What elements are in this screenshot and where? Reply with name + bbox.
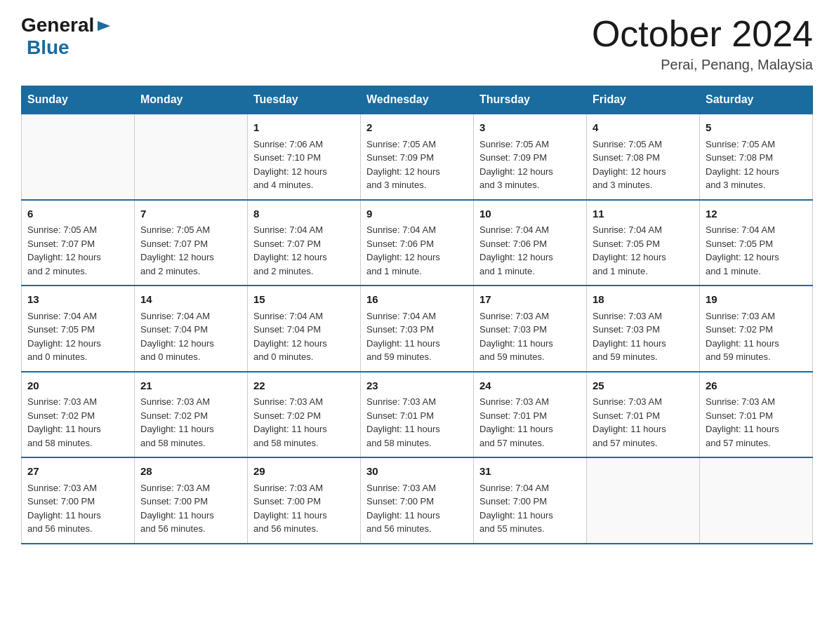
calendar-week-row: 27Sunrise: 7:03 AMSunset: 7:00 PMDayligh… xyxy=(22,457,813,544)
day-info: Sunrise: 7:05 AMSunset: 7:07 PMDaylight:… xyxy=(140,223,241,278)
day-number: 7 xyxy=(140,206,241,222)
day-number: 4 xyxy=(593,120,694,136)
table-row: 2Sunrise: 7:05 AMSunset: 7:09 PMDaylight… xyxy=(361,114,474,200)
day-number: 24 xyxy=(479,378,581,394)
table-row xyxy=(22,114,135,200)
table-row xyxy=(587,457,700,544)
day-info: Sunrise: 7:03 AMSunset: 7:03 PMDaylight:… xyxy=(479,309,581,364)
day-number: 26 xyxy=(706,378,807,394)
day-info: Sunrise: 7:04 AMSunset: 7:05 PMDaylight:… xyxy=(27,309,128,364)
day-info: Sunrise: 7:04 AMSunset: 7:05 PMDaylight:… xyxy=(593,223,694,278)
table-row: 7Sunrise: 7:05 AMSunset: 7:07 PMDaylight… xyxy=(135,200,248,286)
table-row: 6Sunrise: 7:05 AMSunset: 7:07 PMDaylight… xyxy=(22,200,135,286)
table-row: 17Sunrise: 7:03 AMSunset: 7:03 PMDayligh… xyxy=(474,286,587,372)
table-row: 9Sunrise: 7:04 AMSunset: 7:06 PMDaylight… xyxy=(361,200,474,286)
day-number: 23 xyxy=(366,378,468,394)
day-number: 10 xyxy=(479,206,581,222)
day-number: 27 xyxy=(27,464,128,480)
svg-marker-0 xyxy=(98,21,110,31)
table-row: 4Sunrise: 7:05 AMSunset: 7:08 PMDaylight… xyxy=(587,114,700,200)
day-number: 20 xyxy=(27,378,128,394)
day-number: 8 xyxy=(253,206,355,222)
day-info: Sunrise: 7:04 AMSunset: 7:03 PMDaylight:… xyxy=(366,309,468,364)
table-row: 15Sunrise: 7:04 AMSunset: 7:04 PMDayligh… xyxy=(248,286,361,372)
day-info: Sunrise: 7:03 AMSunset: 7:01 PMDaylight:… xyxy=(366,395,468,450)
day-number: 13 xyxy=(27,292,128,308)
table-row: 5Sunrise: 7:05 AMSunset: 7:08 PMDaylight… xyxy=(700,114,813,200)
day-info: Sunrise: 7:03 AMSunset: 7:00 PMDaylight:… xyxy=(253,481,355,536)
day-info: Sunrise: 7:03 AMSunset: 7:02 PMDaylight:… xyxy=(706,309,807,364)
day-number: 1 xyxy=(253,120,355,136)
day-info: Sunrise: 7:05 AMSunset: 7:09 PMDaylight:… xyxy=(479,137,581,192)
day-number: 12 xyxy=(706,206,807,222)
day-number: 25 xyxy=(593,378,694,394)
table-row: 19Sunrise: 7:03 AMSunset: 7:02 PMDayligh… xyxy=(700,286,813,372)
header-friday: Friday xyxy=(587,86,700,114)
day-info: Sunrise: 7:04 AMSunset: 7:04 PMDaylight:… xyxy=(253,309,355,364)
day-number: 19 xyxy=(706,292,807,308)
weekday-header-row: Sunday Monday Tuesday Wednesday Thursday… xyxy=(22,86,813,114)
table-row xyxy=(700,457,813,544)
day-number: 29 xyxy=(253,464,355,480)
table-row: 31Sunrise: 7:04 AMSunset: 7:00 PMDayligh… xyxy=(474,457,587,544)
day-info: Sunrise: 7:04 AMSunset: 7:06 PMDaylight:… xyxy=(366,223,468,278)
table-row: 29Sunrise: 7:03 AMSunset: 7:00 PMDayligh… xyxy=(248,457,361,544)
header-monday: Monday xyxy=(135,86,248,114)
table-row: 8Sunrise: 7:04 AMSunset: 7:07 PMDaylight… xyxy=(248,200,361,286)
calendar-week-row: 13Sunrise: 7:04 AMSunset: 7:05 PMDayligh… xyxy=(22,286,813,372)
day-info: Sunrise: 7:05 AMSunset: 7:09 PMDaylight:… xyxy=(366,137,468,192)
day-info: Sunrise: 7:04 AMSunset: 7:00 PMDaylight:… xyxy=(479,481,581,536)
table-row: 3Sunrise: 7:05 AMSunset: 7:09 PMDaylight… xyxy=(474,114,587,200)
header-thursday: Thursday xyxy=(474,86,587,114)
day-number: 31 xyxy=(479,464,581,480)
table-row: 14Sunrise: 7:04 AMSunset: 7:04 PMDayligh… xyxy=(135,286,248,372)
day-info: Sunrise: 7:04 AMSunset: 7:06 PMDaylight:… xyxy=(479,223,581,278)
table-row: 25Sunrise: 7:03 AMSunset: 7:01 PMDayligh… xyxy=(587,372,700,458)
day-number: 9 xyxy=(366,206,468,222)
table-row: 1Sunrise: 7:06 AMSunset: 7:10 PMDaylight… xyxy=(248,114,361,200)
day-number: 17 xyxy=(479,292,581,308)
day-info: Sunrise: 7:03 AMSunset: 7:00 PMDaylight:… xyxy=(140,481,241,536)
table-row: 16Sunrise: 7:04 AMSunset: 7:03 PMDayligh… xyxy=(361,286,474,372)
day-info: Sunrise: 7:06 AMSunset: 7:10 PMDaylight:… xyxy=(253,137,355,192)
logo-general-text: General xyxy=(21,14,94,36)
day-number: 15 xyxy=(253,292,355,308)
logo-arrow-icon xyxy=(96,18,112,34)
logo-blue-text: Blue xyxy=(27,36,70,59)
day-number: 14 xyxy=(140,292,241,308)
header-sunday: Sunday xyxy=(22,86,135,114)
day-number: 22 xyxy=(253,378,355,394)
location-subtitle: Perai, Penang, Malaysia xyxy=(592,57,813,73)
table-row: 10Sunrise: 7:04 AMSunset: 7:06 PMDayligh… xyxy=(474,200,587,286)
header-wednesday: Wednesday xyxy=(361,86,474,114)
calendar-week-row: 6Sunrise: 7:05 AMSunset: 7:07 PMDaylight… xyxy=(22,200,813,286)
table-row: 18Sunrise: 7:03 AMSunset: 7:03 PMDayligh… xyxy=(587,286,700,372)
day-info: Sunrise: 7:03 AMSunset: 7:01 PMDaylight:… xyxy=(479,395,581,450)
logo: General Blue xyxy=(21,14,112,59)
day-number: 11 xyxy=(593,206,694,222)
day-number: 28 xyxy=(140,464,241,480)
day-number: 6 xyxy=(27,206,128,222)
day-info: Sunrise: 7:04 AMSunset: 7:05 PMDaylight:… xyxy=(706,223,807,278)
table-row: 20Sunrise: 7:03 AMSunset: 7:02 PMDayligh… xyxy=(22,372,135,458)
header-tuesday: Tuesday xyxy=(248,86,361,114)
day-info: Sunrise: 7:03 AMSunset: 7:00 PMDaylight:… xyxy=(27,481,128,536)
table-row: 21Sunrise: 7:03 AMSunset: 7:02 PMDayligh… xyxy=(135,372,248,458)
day-info: Sunrise: 7:05 AMSunset: 7:07 PMDaylight:… xyxy=(27,223,128,278)
calendar-week-row: 1Sunrise: 7:06 AMSunset: 7:10 PMDaylight… xyxy=(22,114,813,200)
day-info: Sunrise: 7:03 AMSunset: 7:02 PMDaylight:… xyxy=(27,395,128,450)
table-row: 28Sunrise: 7:03 AMSunset: 7:00 PMDayligh… xyxy=(135,457,248,544)
table-row: 23Sunrise: 7:03 AMSunset: 7:01 PMDayligh… xyxy=(361,372,474,458)
day-number: 3 xyxy=(479,120,581,136)
day-info: Sunrise: 7:03 AMSunset: 7:00 PMDaylight:… xyxy=(366,481,468,536)
calendar-week-row: 20Sunrise: 7:03 AMSunset: 7:02 PMDayligh… xyxy=(22,372,813,458)
day-number: 16 xyxy=(366,292,468,308)
table-row: 30Sunrise: 7:03 AMSunset: 7:00 PMDayligh… xyxy=(361,457,474,544)
day-info: Sunrise: 7:03 AMSunset: 7:02 PMDaylight:… xyxy=(253,395,355,450)
table-row: 13Sunrise: 7:04 AMSunset: 7:05 PMDayligh… xyxy=(22,286,135,372)
day-number: 2 xyxy=(366,120,468,136)
table-row: 22Sunrise: 7:03 AMSunset: 7:02 PMDayligh… xyxy=(248,372,361,458)
table-row: 24Sunrise: 7:03 AMSunset: 7:01 PMDayligh… xyxy=(474,372,587,458)
day-info: Sunrise: 7:05 AMSunset: 7:08 PMDaylight:… xyxy=(706,137,807,192)
title-area: October 2024 Perai, Penang, Malaysia xyxy=(592,14,813,73)
